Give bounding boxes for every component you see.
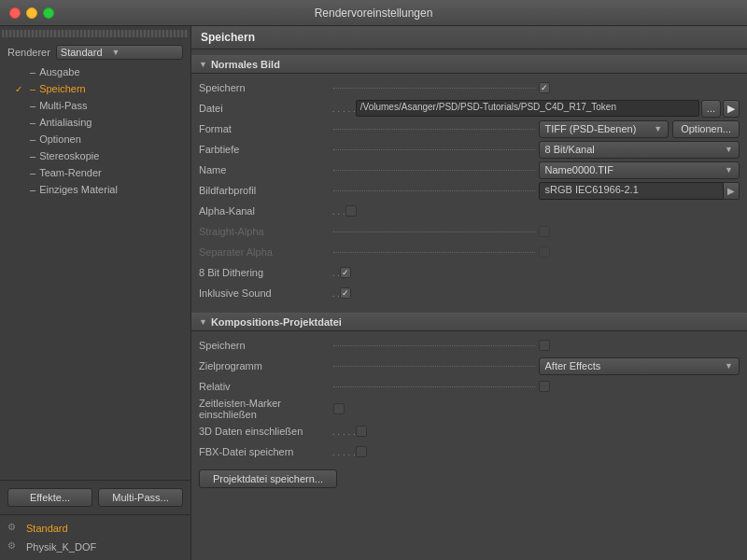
control-fbx [356, 446, 740, 457]
nav-label-optionen: Optionen [39, 133, 81, 145]
file-path-field[interactable]: /Volumes/Asanger/PSD/PSD-Tutorials/PSD_C… [356, 100, 699, 117]
section-collapse-arrow: ▼ [199, 60, 207, 69]
name-value: Name0000.TIF [545, 164, 613, 175]
zielprogramm-value: After Effects [545, 360, 601, 371]
checkbox-alpha-kanal[interactable] [345, 205, 357, 217]
control-alpha-kanal [345, 205, 740, 217]
preset-item-physik[interactable]: ⚙Physik_K_DOF [0, 538, 190, 556]
preset-item-standard[interactable]: ⚙Standard [0, 519, 190, 538]
checkbox-separater-alpha[interactable] [539, 246, 550, 258]
color-profile-field: sRGB IEC61966-2.1 [539, 182, 725, 200]
control-speichern [539, 82, 740, 93]
file-browse-button[interactable]: ... [701, 100, 721, 118]
form-row-zielprogramm: Zielprogramm After Effects ▼ [199, 356, 740, 376]
nav-item-speichern[interactable]: ✓–Speichern [0, 80, 190, 97]
form-row-farbtiefe: Farbtiefe 8 Bit/Kanal ▼ [199, 139, 740, 160]
panel-header: Speichern [191, 26, 747, 49]
form-row-speichern2: Speichern [199, 335, 740, 356]
nav-item-antialiasing[interactable]: –Antialiasing [0, 114, 190, 131]
nav-label-speichern: Speichern [39, 83, 86, 94]
checkbox-3d-daten[interactable] [356, 426, 367, 437]
form-row-bildfarbprofil: Bildfarbprofil sRGB IEC61966-2.1 ▶ [199, 180, 740, 201]
form-row-straight-alpha: Straight-Alpha [199, 221, 740, 242]
nav-item-stereoskopie[interactable]: –Stereoskopie [0, 147, 190, 164]
label-zielprogramm: Zielprogramm [199, 360, 330, 371]
dots-name [333, 170, 535, 171]
window-controls [9, 7, 54, 19]
nav-item-optionen[interactable]: –Optionen [0, 131, 190, 147]
effekte-button[interactable]: Effekte... [7, 488, 92, 507]
control-3d-daten [356, 426, 740, 437]
normales-bild-form: Speichern Datei . . . . . /Volumes/Asang… [191, 74, 747, 307]
control-bildfarbprofil: sRGB IEC61966-2.1 ▶ [539, 182, 740, 200]
nav-item-ausgabe[interactable]: –Ausgabe [0, 63, 190, 80]
preset-label-physik: Physik_K_DOF [26, 541, 96, 553]
format-options-button[interactable]: Optionen... [672, 120, 740, 138]
sidebar: Renderer Standard ▼ –Ausgabe✓–Speichern–… [0, 26, 191, 560]
control-format: TIFF (PSD-Ebenen) ▼ Optionen... [539, 120, 740, 138]
multi-pass-button[interactable]: Multi-Pass... [98, 488, 183, 507]
checkbox-straight-alpha[interactable] [539, 226, 550, 237]
normales-bild-title: Normales Bild [211, 59, 280, 70]
zielprogramm-dropdown[interactable]: After Effects ▼ [539, 357, 740, 375]
checkbox-zeitleisten[interactable] [333, 403, 345, 414]
control-inklusive-sound [340, 287, 740, 299]
kompositions-form: Speichern Zielprogramm After Effects ▼ [191, 331, 747, 466]
control-relativ [539, 381, 740, 392]
color-profile-row: sRGB IEC61966-2.1 ▶ [539, 182, 740, 200]
control-zeitleisten [333, 403, 740, 414]
nav-item-team-render[interactable]: –Team-Render [0, 164, 190, 181]
normales-bild-header[interactable]: ▼ Normales Bild [191, 55, 747, 74]
preset-icon-standard: ⚙ [7, 522, 21, 535]
dots-speichern [333, 88, 535, 89]
form-row-datei: Datei . . . . . /Volumes/Asanger/PSD/PSD… [199, 98, 740, 119]
maximize-button[interactable] [43, 7, 54, 19]
name-dropdown-arrow: ▼ [725, 165, 733, 175]
dots-bildfarbprofil [333, 190, 535, 191]
checkbox-fbx[interactable] [356, 446, 367, 457]
label-zeitleisten: Zeitleisten-Marker einschließen [199, 398, 330, 420]
sidebar-bottom: Effekte... Multi-Pass... [0, 480, 190, 514]
checkbox-bit-dithering[interactable] [340, 267, 351, 278]
color-profile-arrow[interactable]: ▶ [724, 182, 740, 200]
kompositions-collapse-arrow: ▼ [199, 317, 207, 327]
control-bit-dithering [340, 267, 740, 278]
projektdatei-speichern-button[interactable]: Projektdatei speichern... [199, 469, 337, 488]
name-dropdown[interactable]: Name0000.TIF ▼ [539, 161, 740, 179]
dots-separater-alpha [333, 252, 535, 253]
nav-item-multi-pass[interactable]: –Multi-Pass [0, 97, 190, 114]
format-value: TIFF (PSD-Ebenen) [545, 123, 637, 134]
label-speichern2: Speichern [199, 340, 330, 351]
kompositions-title: Kompositions-Projektdatei [211, 316, 342, 328]
checkbox-relativ[interactable] [539, 381, 550, 392]
checkbox-inklusive-sound[interactable] [340, 287, 351, 299]
label-bildfarbprofil: Bildfarbprofil [199, 185, 330, 196]
form-row-format: Format TIFF (PSD-Ebenen) ▼ Optionen... [199, 119, 740, 139]
label-bit-dithering: 8 Bit Dithering [199, 267, 330, 278]
nav-label-team-render: Team-Render [39, 167, 102, 178]
control-name: Name0000.TIF ▼ [539, 161, 740, 179]
close-button[interactable] [9, 7, 21, 19]
control-farbtiefe: 8 Bit/Kanal ▼ [539, 141, 740, 159]
label-relativ: Relativ [199, 381, 330, 392]
kompositions-header[interactable]: ▼ Kompositions-Projektdatei [191, 313, 747, 331]
farbtiefe-value: 8 Bit/Kanal [545, 144, 595, 155]
format-dropdown[interactable]: TIFF (PSD-Ebenen) ▼ [539, 120, 669, 138]
label-farbtiefe: Farbtiefe [199, 144, 330, 155]
preset-icon-physik: ⚙ [7, 540, 21, 553]
file-nav-button[interactable]: ▶ [723, 100, 740, 118]
farbtiefe-dropdown[interactable]: 8 Bit/Kanal ▼ [539, 141, 740, 159]
label-name: Name [199, 164, 330, 175]
minimize-button[interactable] [26, 7, 37, 19]
renderer-select[interactable]: Standard ▼ [56, 45, 183, 60]
nav-label-einziges-material: Einziges Material [39, 184, 118, 195]
control-speichern2 [539, 340, 740, 351]
checkbox-speichern[interactable] [539, 82, 550, 93]
nav-item-einziges-material[interactable]: –Einziges Material [0, 181, 190, 198]
label-separater-alpha: Separater Alpha [199, 246, 330, 258]
renderer-label: Renderer [7, 47, 50, 58]
normales-bild-section: ▼ Normales Bild Speichern Datei . . . . … [191, 55, 747, 307]
checkbox-speichern2[interactable] [539, 340, 550, 351]
control-separater-alpha [539, 246, 740, 258]
form-row-fbx: FBX-Datei speichern . . . . . [199, 441, 740, 462]
